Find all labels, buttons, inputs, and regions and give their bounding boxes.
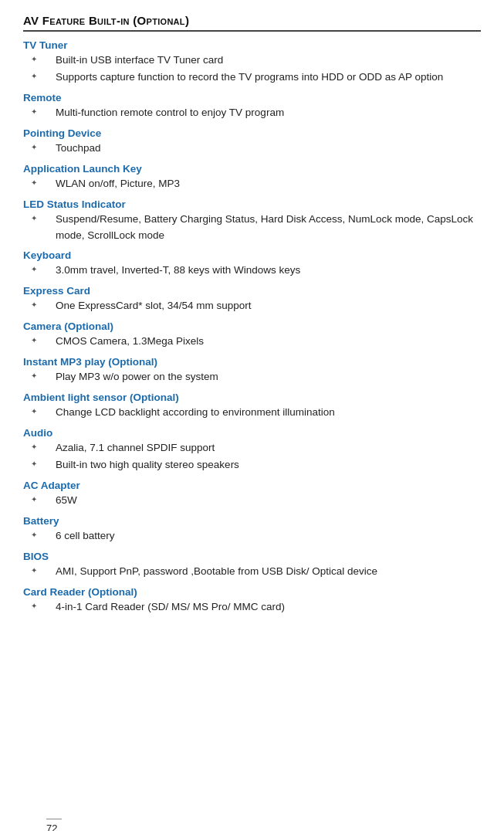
bullet-text: 65W <box>56 493 481 509</box>
bullet-icon: ✦ <box>31 460 52 468</box>
bullet-row: ✦Change LCD backlight according to envir… <box>31 405 481 421</box>
section-heading-pointing-device: Pointing Device <box>23 127 481 139</box>
bullet-row: ✦3.0mm travel, Inverted-T, 88 keys with … <box>31 263 481 279</box>
section-heading-express-card: Express Card <box>23 285 481 297</box>
sections-container: TV Tuner✦Built-in USB interface TV Tuner… <box>23 39 481 616</box>
bullet-row: ✦Multi-function remote control to enjoy … <box>31 105 481 121</box>
page-number: 72 <box>46 819 62 831</box>
bullet-icon: ✦ <box>31 443 52 451</box>
bullet-icon: ✦ <box>31 72 52 80</box>
bullet-text: 3.0mm travel, Inverted-T, 88 keys with W… <box>56 263 481 279</box>
bullet-icon: ✦ <box>31 407 52 416</box>
bullet-icon: ✦ <box>31 300 52 309</box>
bullet-row: ✦One ExpressCard* slot, 34/54 mm support <box>31 298 481 314</box>
bullet-text: Suspend/Resume, Battery Charging Status,… <box>56 212 481 244</box>
bullet-text: 4-in-1 Card Reader (SD/ MS/ MS Pro/ MMC … <box>56 599 481 616</box>
bullet-icon: ✦ <box>31 371 52 380</box>
section-heading-ac-adapter: AC Adapter <box>23 480 481 491</box>
section-heading-remote: Remote <box>23 92 481 103</box>
bullet-text: Touchpad <box>56 141 481 157</box>
bullet-text: 6 cell battery <box>56 528 481 544</box>
bullet-row: ✦Built-in USB interface TV Tuner card <box>31 53 481 69</box>
bullet-text: AMI, Support PnP, password ,Bootable fro… <box>56 564 481 580</box>
section-heading-battery: Battery <box>23 515 481 527</box>
section-heading-audio: Audio <box>23 427 481 439</box>
bullet-icon: ✦ <box>31 55 52 63</box>
bullet-text: One ExpressCard* slot, 34/54 mm support <box>56 298 481 314</box>
section-heading-camera: Camera (Optional) <box>23 321 481 332</box>
bullet-text: Multi-function remote control to enjoy T… <box>56 105 481 121</box>
bullet-row: ✦AMI, Support PnP, password ,Bootable fr… <box>31 564 481 580</box>
bullet-text: WLAN on/off, Picture, MP3 <box>56 176 481 192</box>
bullet-text: Play MP3 w/o power on the system <box>56 369 481 385</box>
bullet-text: Built-in USB interface TV Tuner card <box>56 53 481 69</box>
bullet-icon: ✦ <box>31 107 52 116</box>
bullet-text: Supports capture function to record the … <box>56 70 481 86</box>
bullet-row: ✦Suspend/Resume, Battery Charging Status… <box>31 212 481 244</box>
bullet-row: ✦6 cell battery <box>31 528 481 544</box>
section-heading-keyboard: Keyboard <box>23 249 481 261</box>
section-heading-application-launch-key: Application Launch Key <box>23 163 481 175</box>
section-heading-bios: BIOS <box>23 551 481 562</box>
bullet-icon: ✦ <box>31 495 52 504</box>
bullet-icon: ✦ <box>31 265 52 273</box>
bullet-row: ✦Supports capture function to record the… <box>31 70 481 86</box>
bullet-row: ✦4-in-1 Card Reader (SD/ MS/ MS Pro/ MMC… <box>31 599 481 616</box>
page-wrapper: AV Feature Built-in (Optional) TV Tuner✦… <box>23 14 481 831</box>
bullet-icon: ✦ <box>31 602 52 610</box>
section-heading-card-reader: Card Reader (Optional) <box>23 586 481 598</box>
bullet-text: Built-in two high quality stereo speaker… <box>56 457 481 473</box>
bullet-icon: ✦ <box>31 566 52 575</box>
bullet-row: ✦CMOS Camera, 1.3Mega Pixels <box>31 334 481 350</box>
bullet-row: ✦Touchpad <box>31 141 481 157</box>
bullet-icon: ✦ <box>31 143 52 151</box>
bullet-icon: ✦ <box>31 178 52 187</box>
section-heading-instant-mp3: Instant MP3 play (Optional) <box>23 356 481 368</box>
bullet-row: ✦Azalia, 7.1 channel SPDIF support <box>31 440 481 456</box>
bullet-icon: ✦ <box>31 531 52 539</box>
bullet-text: CMOS Camera, 1.3Mega Pixels <box>56 334 481 350</box>
bullet-row: ✦Built-in two high quality stereo speake… <box>31 457 481 473</box>
section-heading-tv-tuner: TV Tuner <box>23 39 481 51</box>
bullet-row: ✦Play MP3 w/o power on the system <box>31 369 481 385</box>
bullet-icon: ✦ <box>31 336 52 344</box>
section-heading-led-status-indicator: LED Status Indicator <box>23 198 481 210</box>
section-heading-ambient-light: Ambient light sensor (Optional) <box>23 392 481 403</box>
bullet-icon: ✦ <box>31 214 52 222</box>
bullet-row: ✦65W <box>31 493 481 509</box>
bullet-row: ✦WLAN on/off, Picture, MP3 <box>31 176 481 192</box>
bullet-text: Azalia, 7.1 channel SPDIF support <box>56 440 481 456</box>
page-title: AV Feature Built-in (Optional) <box>23 14 481 32</box>
bullet-text: Change LCD backlight according to enviro… <box>56 405 481 421</box>
